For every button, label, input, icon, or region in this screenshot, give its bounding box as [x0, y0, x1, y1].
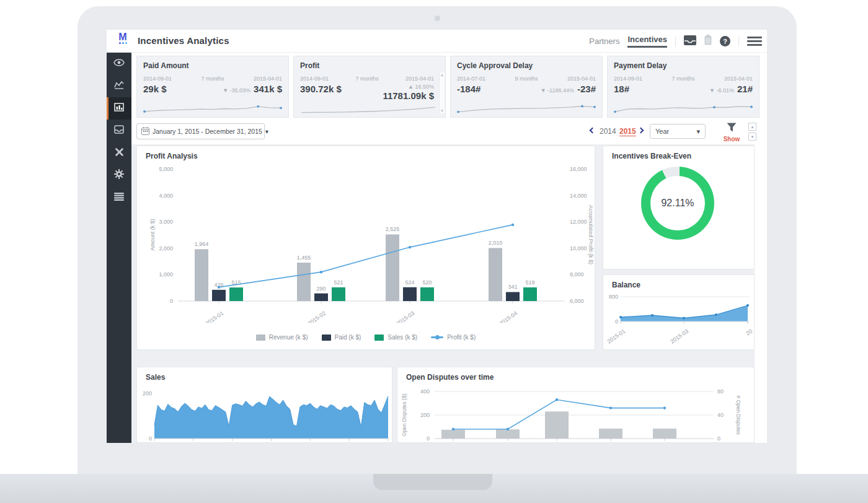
- tab-incentives[interactable]: Incentives: [627, 35, 667, 48]
- kpi-card-cycle-approval-delay: Cycle Approval Delay 2014-07-01 9 months…: [450, 56, 603, 118]
- legend-item[interactable]: Paid (k $): [322, 334, 361, 341]
- open-disputes-card: Open Disputes over time 020040004080Open…: [397, 367, 755, 443]
- break-even-card: Incentives Break-Even 92.11%: [603, 146, 755, 269]
- sales-card: Sales 2000: [136, 367, 392, 443]
- svg-text:5,000: 5,000: [159, 166, 173, 172]
- chevron-down-icon: ▾: [696, 128, 700, 136]
- sidebar-item-settings[interactable]: [107, 164, 131, 186]
- svg-text:# Open Disputes: # Open Disputes: [735, 395, 742, 434]
- sidebar-item-tools[interactable]: [107, 142, 131, 164]
- kpi-period: 9 months: [515, 76, 538, 82]
- divider: [738, 37, 739, 46]
- kpi-end-value: 341k $: [254, 84, 282, 94]
- top-navbar: M Incentives Analytics Partners Incentiv…: [107, 30, 767, 53]
- date-range-value: January 1, 2015 - December 31, 2015: [153, 128, 262, 135]
- svg-text:16,000: 16,000: [570, 166, 587, 172]
- menu-icon[interactable]: [747, 37, 762, 46]
- kpi-title: Payment Delay: [614, 61, 753, 70]
- granularity-value: Year: [655, 128, 669, 135]
- year-2015[interactable]: 2015: [619, 127, 636, 136]
- kpi-title: Cycle Approval Delay: [457, 61, 596, 70]
- legend-item[interactable]: Profit (k $): [431, 334, 476, 341]
- date-range-picker[interactable]: January 1, 2015 - December 31, 2015 ▾: [136, 123, 265, 139]
- kpi-period: 7 months: [201, 76, 224, 82]
- page-title: Incentives Analytics: [138, 35, 229, 46]
- svg-text:520: 520: [422, 279, 432, 286]
- year-2014[interactable]: 2014: [600, 127, 616, 136]
- kpi-start-value: 29k $: [143, 84, 167, 94]
- filter-show[interactable]: Show: [719, 123, 744, 142]
- tab-partners[interactable]: Partners: [589, 37, 619, 46]
- scroll-up-button[interactable]: ▲: [748, 123, 756, 131]
- legend-item[interactable]: Sales (k $): [374, 334, 417, 341]
- kpi-sparkline: [300, 100, 436, 115]
- sidebar-item-inbox[interactable]: [107, 120, 131, 142]
- kpi-start-date: 2014-07-01: [457, 76, 485, 82]
- svg-text:200: 200: [143, 390, 152, 396]
- help-icon[interactable]: ?: [720, 36, 730, 46]
- bar-chart-icon: [114, 103, 124, 114]
- kpi-card-paid-amount: Paid Amount 2014-09-01 7 months 2015-04-…: [136, 56, 289, 118]
- logo-letter: M: [115, 32, 131, 42]
- kpi-period: 7 months: [671, 76, 694, 82]
- kpi-title: Paid Amount: [143, 61, 282, 70]
- svg-text:0: 0: [149, 435, 152, 442]
- svg-text:3,000: 3,000: [159, 219, 173, 225]
- svg-text:2,525: 2,525: [386, 226, 400, 232]
- kpi-scrollbar[interactable]: ▲▼: [439, 72, 445, 113]
- laptop-base: [0, 474, 868, 503]
- sidebar-item-overview[interactable]: [107, 53, 131, 75]
- app-logo[interactable]: M: [115, 32, 131, 44]
- granularity-select[interactable]: Year ▾: [650, 124, 706, 139]
- sidebar: [107, 53, 131, 443]
- prev-year-chevron-icon[interactable]: [590, 128, 596, 134]
- kpi-start-date: 2014-09-01: [143, 76, 172, 82]
- svg-text:2,010: 2,010: [489, 240, 503, 246]
- svg-text:2015-04: 2015-04: [498, 310, 518, 323]
- list-icon: [114, 192, 124, 203]
- sidebar-item-analytics[interactable]: [107, 97, 131, 120]
- kpi-start-value: -184#: [457, 84, 480, 94]
- laptop-base-notch: [373, 474, 492, 490]
- break-even-value: 92.11%: [650, 176, 705, 230]
- svg-text:0: 0: [615, 318, 618, 325]
- gear-icon: [114, 169, 124, 182]
- inbox-icon[interactable]: [684, 35, 696, 48]
- kpi-end-value: 21#: [737, 84, 753, 94]
- kpi-card-profit: Profit 2014-09-01 7 months 2015-04-01 39…: [293, 56, 446, 118]
- break-even-donut: 92.11%: [641, 167, 714, 240]
- next-year-chevron-icon[interactable]: [638, 128, 644, 134]
- svg-text:2015-03: 2015-03: [395, 310, 415, 323]
- svg-text:20: 20: [745, 328, 753, 336]
- kpi-change: ▼ -1186.44%: [541, 87, 574, 94]
- svg-text:1,000: 1,000: [159, 271, 173, 278]
- kpi-change: ▼ -35.03%: [223, 87, 250, 94]
- kpi-title: Profit: [300, 61, 439, 70]
- camera-dot: [435, 15, 440, 21]
- svg-text:Amount (k $): Amount (k $): [149, 219, 156, 251]
- inbox-tray-icon: [114, 125, 124, 136]
- funnel-icon: [727, 123, 737, 134]
- chart-title: Balance: [612, 281, 640, 289]
- svg-text:2,000: 2,000: [159, 245, 173, 252]
- kpi-sparkline: [614, 100, 753, 115]
- divider: [675, 37, 676, 46]
- svg-text:1,964: 1,964: [195, 241, 209, 247]
- laptop-frame: M Incentives Analytics Partners Incentiv…: [78, 6, 797, 474]
- scroll-down-button[interactable]: ▼: [748, 133, 756, 141]
- sidebar-item-reports[interactable]: [107, 186, 131, 209]
- line-chart-icon: [114, 81, 124, 92]
- svg-text:2015-01: 2015-01: [606, 328, 626, 344]
- svg-text:Accumulated Profit (k $): Accumulated Profit (k $): [588, 205, 594, 265]
- svg-text:2015-03: 2015-03: [669, 328, 689, 344]
- legend-item[interactable]: Revenue (k $): [256, 334, 308, 341]
- navbar-actions: Partners Incentives ?: [589, 30, 762, 53]
- sidebar-item-trends[interactable]: [107, 75, 131, 97]
- clipboard-icon[interactable]: [704, 35, 712, 48]
- svg-text:10,000: 10,000: [570, 245, 587, 252]
- sales-chart: 2000: [137, 367, 392, 442]
- kpi-card-payment-delay: Payment Delay 2014-09-01 7 months 2015-0…: [607, 56, 760, 118]
- chart-title: Profit Analysis: [146, 152, 198, 160]
- svg-text:12,000: 12,000: [570, 219, 587, 225]
- svg-text:2015-01: 2015-01: [204, 310, 224, 323]
